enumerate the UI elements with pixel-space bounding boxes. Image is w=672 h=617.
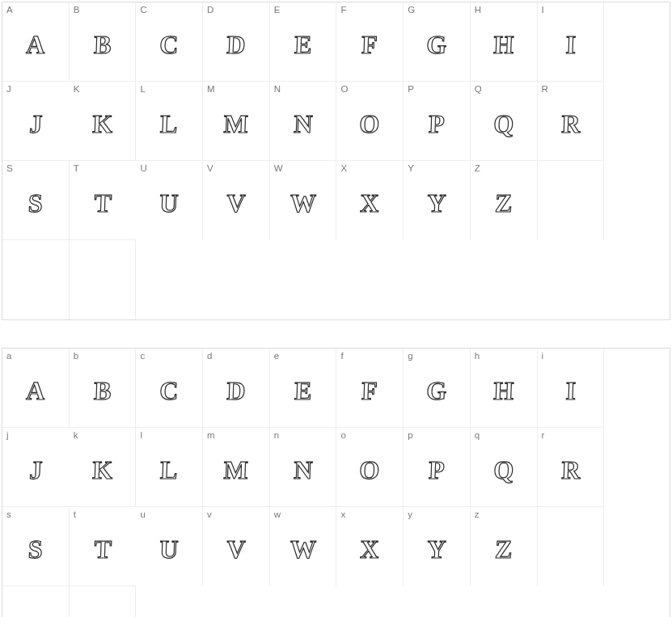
- charmap-cell: CC: [136, 2, 203, 82]
- cell-label: d: [207, 351, 212, 361]
- charmap-cell: [538, 507, 605, 586]
- cell-glyph: F: [336, 376, 404, 406]
- cell-glyph: I: [537, 30, 604, 60]
- cell-label: v: [207, 509, 212, 519]
- cell-label: O: [340, 84, 348, 94]
- charmap-cell: BB: [70, 2, 137, 82]
- charmap-cell: dD: [203, 349, 270, 428]
- cell-label: i: [542, 351, 544, 361]
- cell-label: x: [340, 509, 345, 519]
- cell-glyph: O: [336, 109, 404, 139]
- cell-glyph: W: [269, 535, 336, 564]
- cell-label: g: [408, 351, 412, 361]
- cell-label: s: [6, 509, 11, 519]
- cell-glyph: T: [69, 188, 137, 218]
- cell-label: C: [140, 5, 146, 15]
- cell-label: S: [6, 163, 13, 173]
- cell-glyph: X: [336, 188, 404, 218]
- charmap-cell: FF: [336, 2, 404, 82]
- charmap-cell: cC: [136, 349, 203, 428]
- cell-label: Q: [475, 84, 482, 94]
- charmap-cell: AA: [2, 2, 70, 82]
- cell-glyph: J: [2, 109, 70, 139]
- charmap-cell: RR: [538, 82, 605, 161]
- cell-label: E: [274, 5, 281, 15]
- cell-label: H: [475, 5, 481, 15]
- cell-label: M: [207, 84, 215, 94]
- cell-glyph: A: [2, 376, 69, 406]
- cell-glyph: N: [269, 455, 336, 485]
- cell-glyph: E: [269, 376, 336, 406]
- cell-glyph: P: [403, 109, 470, 139]
- cell-glyph: Y: [403, 188, 470, 218]
- charmap-cell: SS: [2, 161, 70, 240]
- cell-glyph: F: [336, 30, 404, 60]
- charmap-section-lowercase: aAbBcCdDeEfFgGhHiIjJkKlLmMnNoOpPqQrRsStT…: [2, 348, 670, 617]
- cell-label: X: [340, 163, 347, 173]
- cell-label: j: [6, 430, 9, 440]
- charmap-cell: mM: [203, 428, 270, 507]
- cell-glyph: Q: [470, 109, 537, 139]
- cell-label: h: [475, 351, 480, 361]
- charmap-cell: HH: [471, 2, 538, 82]
- cell-glyph: C: [136, 376, 203, 406]
- charmap-cell: [70, 586, 137, 617]
- cell-label: e: [274, 351, 279, 361]
- charmap-cell: EE: [270, 2, 337, 82]
- cell-label: w: [274, 509, 281, 519]
- cell-glyph: L: [136, 455, 203, 485]
- cell-glyph: J: [2, 455, 70, 485]
- cell-label: P: [408, 84, 414, 94]
- cell-glyph: U: [136, 188, 203, 218]
- cell-glyph: R: [537, 109, 604, 139]
- charmap-cell: oO: [336, 428, 404, 507]
- cell-label: L: [140, 84, 145, 94]
- cell-label: z: [475, 509, 480, 519]
- cell-glyph: O: [336, 455, 404, 485]
- charmap-section-uppercase: AABBCCDDEEFFGGHHIIJJKKLLMMNNOOPPQQRRSSTT…: [2, 2, 670, 320]
- charmap-cell: II: [538, 2, 605, 82]
- charmap-cell: VV: [203, 161, 270, 240]
- charmap-cell: UU: [136, 161, 203, 240]
- cell-glyph: P: [403, 455, 470, 485]
- cell-glyph: S: [2, 188, 69, 218]
- charmap-cell: NN: [270, 82, 337, 161]
- charmap-cell: aA: [2, 349, 70, 428]
- charmap-cell: XX: [336, 161, 404, 240]
- charmap-cell: QQ: [471, 82, 538, 161]
- charmap-cell: rR: [538, 428, 605, 507]
- charmap-cell: [2, 586, 70, 617]
- cell-label: u: [140, 509, 145, 519]
- cell-glyph: T: [69, 535, 137, 564]
- cell-label: c: [140, 351, 145, 361]
- cell-glyph: C: [136, 30, 203, 60]
- cell-glyph: E: [269, 30, 336, 60]
- cell-label: F: [340, 5, 346, 15]
- cell-glyph: K: [69, 109, 136, 139]
- cell-label: o: [340, 430, 345, 440]
- cell-label: K: [74, 84, 80, 94]
- cell-glyph: Q: [470, 455, 537, 485]
- cell-label: b: [74, 351, 78, 361]
- cell-label: p: [408, 430, 412, 440]
- cell-glyph: B: [69, 376, 136, 406]
- cell-label: l: [140, 430, 142, 440]
- charmap-cell: TT: [70, 161, 137, 240]
- charmap-cell: uU: [136, 507, 203, 586]
- cell-glyph: G: [403, 30, 470, 60]
- cell-label: t: [74, 509, 76, 519]
- character-map-root: AABBCCDDEEFFGGHHIIJJKKLLMMNNOOPPQQRRSSTT…: [2, 2, 670, 617]
- cell-glyph: D: [202, 376, 269, 406]
- charmap-cell: sS: [2, 507, 70, 586]
- cell-label: N: [274, 84, 281, 94]
- cell-label: r: [542, 430, 545, 440]
- cell-label: Z: [475, 163, 480, 173]
- cell-glyph: M: [202, 109, 269, 139]
- charmap-cell: zZ: [471, 507, 538, 586]
- cell-glyph: N: [269, 109, 336, 139]
- cell-glyph: Z: [470, 188, 537, 218]
- cell-label: D: [207, 5, 213, 15]
- cell-label: A: [6, 5, 13, 15]
- cell-label: n: [274, 430, 279, 440]
- charmap-cell: OO: [336, 82, 404, 161]
